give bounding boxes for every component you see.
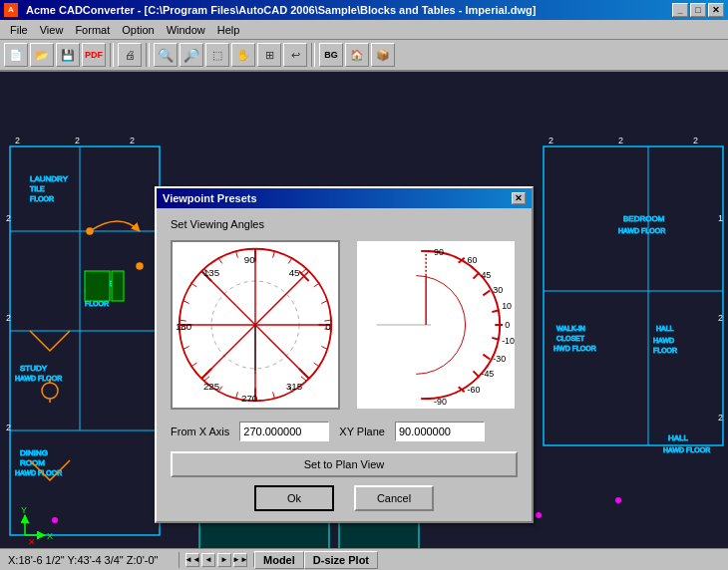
svg-text:FLOOR: FLOOR bbox=[653, 347, 677, 354]
svg-text:270: 270 bbox=[241, 393, 258, 404]
svg-rect-47 bbox=[112, 271, 124, 301]
svg-text:-45: -45 bbox=[481, 369, 494, 379]
menu-help[interactable]: Help bbox=[211, 22, 246, 38]
nav-next-button[interactable]: ► bbox=[217, 553, 231, 567]
xy-angle-wheel[interactable]: 90 45 135 0 180 315 225 270 bbox=[171, 240, 340, 410]
toolbar-sep2 bbox=[146, 43, 150, 67]
svg-text:2: 2 bbox=[75, 136, 80, 145]
svg-text:2: 2 bbox=[618, 136, 623, 145]
toolbar-print[interactable]: 🖨 bbox=[118, 43, 142, 67]
svg-point-33 bbox=[137, 263, 143, 269]
toolbar-sep1 bbox=[110, 43, 114, 67]
svg-text:2: 2 bbox=[130, 136, 135, 145]
svg-text:HAWD FLOOR: HAWD FLOOR bbox=[618, 227, 665, 234]
toolbar-zoom-prev[interactable]: ↩ bbox=[283, 43, 307, 67]
svg-point-39 bbox=[52, 517, 58, 523]
menu-view[interactable]: View bbox=[34, 22, 70, 38]
svg-text:2: 2 bbox=[6, 213, 11, 223]
toolbar-icon1[interactable]: 🏠 bbox=[345, 43, 369, 67]
svg-text:0: 0 bbox=[505, 320, 510, 330]
svg-text:-30: -30 bbox=[493, 354, 506, 364]
toolbar-zoom-fit[interactable]: ⊞ bbox=[257, 43, 281, 67]
svg-text:135: 135 bbox=[203, 267, 220, 278]
menu-option[interactable]: Option bbox=[116, 22, 160, 38]
svg-text:2: 2 bbox=[718, 413, 723, 423]
svg-text:TILE: TILE bbox=[30, 185, 45, 192]
cancel-button[interactable]: Cancel bbox=[354, 485, 434, 511]
model-tab[interactable]: Model bbox=[254, 551, 304, 569]
status-coordinates: X:18'-6 1/2" Y:43'-4 3/4" Z:0'-0" bbox=[0, 552, 180, 568]
toolbar-save[interactable]: 💾 bbox=[56, 43, 80, 67]
toolbar-zoom-window[interactable]: ⬚ bbox=[205, 43, 229, 67]
menu-format[interactable]: Format bbox=[69, 22, 116, 38]
xy-plane-wheel[interactable]: 90 60 45 30 10 0 -10 -30 -45 -60 -90 bbox=[356, 240, 516, 410]
nav-last-button[interactable]: ►► bbox=[233, 553, 247, 567]
svg-text:2: 2 bbox=[6, 313, 11, 323]
dialog-title-bar: Viewpoint Presets ✕ bbox=[157, 188, 532, 208]
from-x-input[interactable] bbox=[239, 422, 329, 441]
xy-wheel-svg: 90 45 135 0 180 315 225 270 bbox=[173, 242, 338, 408]
svg-text:-10: -10 bbox=[502, 336, 515, 346]
toolbar: 📄 📂 💾 PDF 🖨 🔍 🔎 ⬚ ✋ ⊞ ↩ BG 🏠 📦 bbox=[0, 40, 728, 72]
svg-text:90: 90 bbox=[434, 247, 444, 257]
menu-file[interactable]: File bbox=[4, 22, 34, 38]
status-navigation: ◄◄ ◄ ► ►► bbox=[180, 553, 254, 567]
menu-window[interactable]: Window bbox=[161, 22, 211, 38]
svg-text:HAWD FLOOR: HAWD FLOOR bbox=[15, 375, 62, 382]
status-bar: X:18'-6 1/2" Y:43'-4 3/4" Z:0'-0" ◄◄ ◄ ►… bbox=[0, 548, 728, 570]
main-area: LAUNDRY TILE FLOOR KITCHEN TILE FLOOR ST… bbox=[0, 72, 728, 560]
svg-text:-90: -90 bbox=[434, 397, 447, 407]
svg-point-43 bbox=[615, 497, 621, 503]
from-x-label: From X Axis bbox=[171, 426, 229, 437]
toolbar-icon2[interactable]: 📦 bbox=[371, 43, 395, 67]
toolbar-sep3 bbox=[311, 43, 315, 67]
svg-point-32 bbox=[87, 228, 93, 234]
svg-text:90: 90 bbox=[244, 254, 255, 265]
toolbar-new[interactable]: 📄 bbox=[4, 43, 28, 67]
svg-text:LAUNDRY: LAUNDRY bbox=[30, 174, 69, 183]
svg-text:2: 2 bbox=[548, 136, 553, 145]
dsize-plot-tab[interactable]: D-size Plot bbox=[304, 551, 378, 569]
svg-text:-60: -60 bbox=[468, 385, 481, 395]
svg-text:225: 225 bbox=[203, 381, 220, 392]
title-bar-controls: _ □ ✕ bbox=[672, 3, 724, 17]
wheels-container: 90 45 135 0 180 315 225 270 bbox=[171, 240, 518, 410]
svg-text:45: 45 bbox=[289, 267, 300, 278]
dialog-title-text: Viewpoint Presets bbox=[163, 192, 257, 204]
dialog-close-button[interactable]: ✕ bbox=[512, 192, 526, 204]
maximize-button[interactable]: □ bbox=[690, 3, 706, 17]
svg-text:HALL: HALL bbox=[668, 433, 689, 442]
svg-text:HALL: HALL bbox=[656, 325, 674, 332]
app-title: Acme CADConverter - [C:\Program Files\Au… bbox=[26, 4, 536, 16]
ok-button[interactable]: Ok bbox=[254, 485, 334, 511]
toolbar-open[interactable]: 📂 bbox=[30, 43, 54, 67]
toolbar-pdf[interactable]: PDF bbox=[82, 43, 106, 67]
svg-text:2: 2 bbox=[693, 136, 698, 145]
svg-text:STUDY: STUDY bbox=[20, 364, 48, 373]
toolbar-bg[interactable]: BG bbox=[319, 43, 343, 67]
dialog-buttons: Ok Cancel bbox=[171, 485, 518, 511]
toolbar-zoom-in[interactable]: 🔍 bbox=[154, 43, 178, 67]
viewpoint-presets-dialog: Viewpoint Presets ✕ Set Viewing Angles bbox=[155, 186, 534, 523]
svg-text:45: 45 bbox=[481, 270, 491, 280]
title-bar-left: A Acme CADConverter - [C:\Program Files\… bbox=[4, 3, 536, 17]
toolbar-pan[interactable]: ✋ bbox=[231, 43, 255, 67]
minimize-button[interactable]: _ bbox=[672, 3, 688, 17]
svg-text:✕: ✕ bbox=[28, 537, 36, 547]
set-plan-view-button[interactable]: Set to Plan View bbox=[171, 451, 518, 477]
svg-text:2: 2 bbox=[718, 313, 723, 323]
svg-text:0: 0 bbox=[325, 321, 331, 332]
nav-first-button[interactable]: ◄◄ bbox=[185, 553, 199, 567]
toolbar-zoom-out[interactable]: 🔎 bbox=[180, 43, 203, 67]
svg-text:30: 30 bbox=[493, 285, 503, 295]
svg-text:WALK-IN: WALK-IN bbox=[556, 325, 585, 332]
svg-text:1: 1 bbox=[718, 213, 723, 223]
close-button[interactable]: ✕ bbox=[708, 3, 724, 17]
xy-plane-input[interactable] bbox=[395, 422, 485, 441]
svg-text:HAWD: HAWD bbox=[653, 337, 674, 344]
svg-text:CLOSET: CLOSET bbox=[556, 335, 585, 342]
nav-prev-button[interactable]: ◄ bbox=[201, 553, 215, 567]
svg-text:BEDROOM: BEDROOM bbox=[623, 214, 665, 223]
svg-text:2: 2 bbox=[15, 136, 20, 145]
svg-rect-46 bbox=[85, 271, 110, 301]
